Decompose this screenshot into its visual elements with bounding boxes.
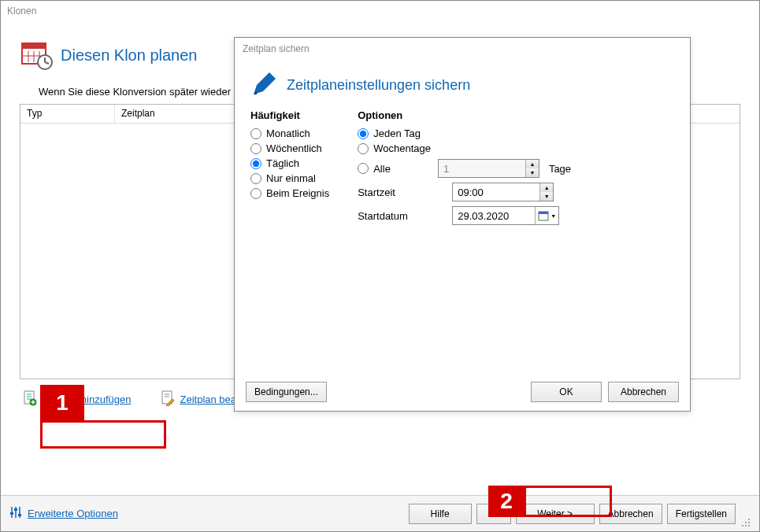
interval-unit: Tage: [549, 163, 571, 175]
dialog-cancel-button[interactable]: Abbrechen: [608, 382, 679, 402]
callout-box-1: [40, 420, 166, 449]
start-time-row: Startzeit ▲▼: [358, 183, 571, 201]
calendar-clock-icon: [20, 39, 53, 72]
freq-once-label: Nur einmal: [266, 172, 316, 184]
options-label: Optionen: [358, 109, 571, 121]
col-typ[interactable]: Typ: [20, 105, 115, 123]
page-title: Diesen Klon planen: [61, 46, 197, 65]
spin-up-icon[interactable]: ▲: [526, 160, 539, 168]
resize-grip-icon[interactable]: [740, 517, 751, 528]
frequency-column: Häufigkeit Monatlich Wöchentlich Täglich…: [250, 109, 329, 230]
help-button[interactable]: Hilfe: [409, 504, 472, 524]
opt-every-n: Alle ▲▼ Tage: [358, 159, 571, 178]
freq-daily-label: Täglich: [266, 157, 299, 169]
freq-event-label: Beim Ereignis: [266, 187, 329, 199]
footer-left: Erweiterte Optionen: [9, 505, 118, 522]
start-time-input[interactable]: [453, 183, 539, 201]
opt-every-label: Alle: [373, 163, 391, 175]
svg-rect-38: [539, 212, 548, 214]
sliders-icon: [9, 505, 23, 522]
freq-monthly-label: Monatlich: [266, 127, 310, 139]
dialog-columns: Häufigkeit Monatlich Wöchentlich Täglich…: [250, 109, 674, 230]
main-window: Klonen Diesen Klon planen Wenn Sie diese…: [0, 0, 760, 532]
opt-everyday[interactable]: Jeden Tag: [358, 127, 571, 139]
dialog-footer: Bedingungen... OK Abbrechen: [235, 371, 690, 411]
start-date-picker[interactable]: ▼: [452, 206, 559, 225]
conditions-button[interactable]: Bedingungen...: [246, 382, 327, 402]
dialog-title: Zeitplan sichern: [235, 38, 690, 60]
spin-down-icon[interactable]: ▼: [526, 168, 539, 177]
opt-everyday-label: Jeden Tag: [373, 127, 421, 139]
freq-daily[interactable]: Täglich: [250, 157, 329, 169]
freq-event[interactable]: Beim Ereignis: [250, 187, 329, 199]
svg-rect-28: [14, 508, 17, 511]
dialog-heading-row: Zeitplaneinstellungen sichern: [250, 71, 674, 100]
spin-up-icon[interactable]: ▲: [540, 183, 553, 192]
options-column: Optionen Jeden Tag Wochentage Alle ▲▼ Ta…: [358, 109, 571, 230]
document-edit-icon: [161, 390, 175, 408]
svg-point-33: [748, 522, 750, 523]
frequency-label: Häufigkeit: [250, 109, 329, 121]
opt-every[interactable]: Alle: [358, 163, 391, 175]
schedule-dialog: Zeitplan sichern Zeitplaneinstellungen s…: [234, 37, 691, 412]
svg-rect-30: [18, 514, 21, 516]
svg-point-34: [742, 525, 743, 526]
interval-spinner[interactable]: ▲▼: [438, 159, 539, 178]
freq-monthly[interactable]: Monatlich: [250, 127, 329, 139]
advanced-options-link[interactable]: Erweiterte Optionen: [28, 508, 118, 519]
freq-weekly[interactable]: Wöchentlich: [250, 142, 329, 154]
freq-weekly-label: Wöchentlich: [266, 142, 322, 154]
start-time-label: Startzeit: [358, 187, 421, 198]
interval-input[interactable]: [439, 160, 525, 177]
pencil-icon: [250, 71, 277, 100]
finish-button[interactable]: Fertigstellen: [667, 504, 736, 524]
calendar-dropdown-icon[interactable]: ▼: [535, 207, 558, 224]
start-date-row: Startdatum ▼: [358, 206, 571, 225]
document-plus-icon: [23, 390, 37, 408]
dialog-heading: Zeitplaneinstellungen sichern: [287, 77, 470, 94]
svg-rect-26: [10, 512, 13, 515]
dialog-body: Zeitplaneinstellungen sichern Häufigkeit…: [235, 60, 690, 371]
start-date-input[interactable]: [453, 207, 535, 224]
col-zeitplan[interactable]: Zeitplan: [115, 105, 241, 123]
svg-point-36: [748, 525, 750, 526]
freq-once[interactable]: Nur einmal: [250, 172, 329, 184]
wizard-footer: Erweiterte Optionen Hilfe < Weiter > Abb…: [1, 495, 759, 531]
svg-rect-1: [22, 43, 46, 49]
svg-point-31: [748, 519, 750, 520]
callout-marker-2: 2: [488, 486, 525, 517]
opt-weekdays[interactable]: Wochentage: [358, 142, 571, 154]
ok-button[interactable]: OK: [531, 382, 602, 402]
start-time-spinner[interactable]: ▲▼: [452, 183, 554, 201]
start-date-label: Startdatum: [358, 210, 421, 222]
svg-point-35: [745, 525, 747, 526]
callout-marker-1: 1: [40, 385, 84, 421]
opt-weekdays-label: Wochentage: [373, 142, 431, 154]
window-title: Klonen: [1, 1, 759, 21]
spin-down-icon[interactable]: ▼: [540, 192, 553, 201]
svg-point-32: [745, 522, 747, 523]
callout-box-2: [524, 486, 612, 517]
